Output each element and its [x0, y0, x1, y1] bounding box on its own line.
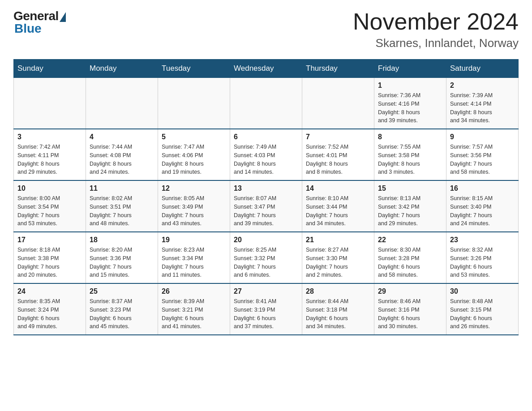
- day-number: 15: [378, 184, 442, 193]
- header-thursday: Thursday: [302, 60, 374, 78]
- day-number: 23: [450, 236, 515, 244]
- calendar-cell: 8Sunrise: 7:55 AM Sunset: 3:58 PM Daylig…: [374, 129, 446, 180]
- month-title: November 2024: [353, 9, 519, 34]
- day-number: 27: [234, 287, 298, 295]
- day-number: 16: [450, 184, 515, 193]
- day-number: 25: [90, 287, 154, 295]
- day-number: 13: [234, 184, 298, 193]
- calendar-cell: 23Sunrise: 8:32 AM Sunset: 3:26 PM Dayli…: [446, 232, 519, 283]
- header-friday: Friday: [374, 60, 446, 78]
- calendar-cell: 14Sunrise: 8:10 AM Sunset: 3:44 PM Dayli…: [302, 180, 374, 232]
- calendar-cell: 13Sunrise: 8:07 AM Sunset: 3:47 PM Dayli…: [230, 180, 302, 232]
- calendar-cell: [86, 78, 158, 129]
- calendar-cell: [14, 78, 86, 129]
- day-number: 14: [306, 184, 370, 193]
- calendar-cell: 9Sunrise: 7:57 AM Sunset: 3:56 PM Daylig…: [446, 129, 519, 180]
- header-saturday: Saturday: [446, 60, 519, 78]
- day-info: Sunrise: 8:44 AM Sunset: 3:18 PM Dayligh…: [306, 297, 370, 331]
- header-tuesday: Tuesday: [158, 60, 230, 78]
- logo-triangle-icon: [60, 12, 66, 22]
- day-info: Sunrise: 8:25 AM Sunset: 3:32 PM Dayligh…: [234, 246, 298, 279]
- calendar-cell: [302, 78, 374, 129]
- logo: General Blue: [13, 9, 66, 36]
- day-number: 20: [234, 236, 298, 244]
- day-info: Sunrise: 8:15 AM Sunset: 3:40 PM Dayligh…: [450, 194, 515, 228]
- day-number: 30: [450, 287, 515, 295]
- day-number: 29: [378, 287, 442, 295]
- calendar-cell: 3Sunrise: 7:42 AM Sunset: 4:11 PM Daylig…: [14, 129, 86, 180]
- calendar-cell: 25Sunrise: 8:37 AM Sunset: 3:23 PM Dayli…: [86, 283, 158, 335]
- header-wednesday: Wednesday: [230, 60, 302, 78]
- day-number: 6: [234, 133, 298, 141]
- day-number: 4: [90, 133, 154, 141]
- calendar-cell: 21Sunrise: 8:27 AM Sunset: 3:30 PM Dayli…: [302, 232, 374, 283]
- calendar-cell: 2Sunrise: 7:39 AM Sunset: 4:14 PM Daylig…: [446, 78, 519, 129]
- day-info: Sunrise: 8:10 AM Sunset: 3:44 PM Dayligh…: [306, 194, 370, 228]
- logo-blue-text: Blue: [13, 21, 42, 36]
- calendar-cell: [158, 78, 230, 129]
- location-title: Skarnes, Innlandet, Norway: [353, 36, 519, 50]
- day-info: Sunrise: 8:35 AM Sunset: 3:24 PM Dayligh…: [17, 297, 82, 331]
- day-info: Sunrise: 8:48 AM Sunset: 3:15 PM Dayligh…: [450, 297, 515, 331]
- day-info: Sunrise: 7:44 AM Sunset: 4:08 PM Dayligh…: [90, 143, 154, 176]
- day-number: 21: [306, 236, 370, 244]
- calendar-week-row: 24Sunrise: 8:35 AM Sunset: 3:24 PM Dayli…: [14, 283, 519, 335]
- day-info: Sunrise: 8:30 AM Sunset: 3:28 PM Dayligh…: [378, 246, 442, 279]
- day-number: 9: [450, 133, 515, 141]
- calendar-week-row: 17Sunrise: 8:18 AM Sunset: 3:38 PM Dayli…: [14, 232, 519, 283]
- calendar-cell: 27Sunrise: 8:41 AM Sunset: 3:19 PM Dayli…: [230, 283, 302, 335]
- calendar-cell: 7Sunrise: 7:52 AM Sunset: 4:01 PM Daylig…: [302, 129, 374, 180]
- calendar-week-row: 3Sunrise: 7:42 AM Sunset: 4:11 PM Daylig…: [14, 129, 519, 180]
- day-number: 7: [306, 133, 370, 141]
- day-number: 8: [378, 133, 442, 141]
- calendar-cell: 18Sunrise: 8:20 AM Sunset: 3:36 PM Dayli…: [86, 232, 158, 283]
- day-info: Sunrise: 8:00 AM Sunset: 3:54 PM Dayligh…: [17, 194, 82, 228]
- calendar-cell: [230, 78, 302, 129]
- calendar-cell: 30Sunrise: 8:48 AM Sunset: 3:15 PM Dayli…: [446, 283, 519, 335]
- day-info: Sunrise: 8:20 AM Sunset: 3:36 PM Dayligh…: [90, 246, 154, 279]
- day-number: 24: [17, 287, 82, 295]
- calendar-cell: 10Sunrise: 8:00 AM Sunset: 3:54 PM Dayli…: [14, 180, 86, 232]
- calendar-week-row: 10Sunrise: 8:00 AM Sunset: 3:54 PM Dayli…: [14, 180, 519, 232]
- day-info: Sunrise: 8:07 AM Sunset: 3:47 PM Dayligh…: [234, 194, 298, 228]
- day-number: 26: [162, 287, 226, 295]
- day-number: 3: [17, 133, 82, 141]
- calendar-header-row: SundayMondayTuesdayWednesdayThursdayFrid…: [14, 60, 519, 78]
- calendar-cell: 19Sunrise: 8:23 AM Sunset: 3:34 PM Dayli…: [158, 232, 230, 283]
- day-info: Sunrise: 7:36 AM Sunset: 4:16 PM Dayligh…: [378, 91, 442, 125]
- day-number: 18: [90, 236, 154, 244]
- calendar-cell: 1Sunrise: 7:36 AM Sunset: 4:16 PM Daylig…: [374, 78, 446, 129]
- day-info: Sunrise: 8:23 AM Sunset: 3:34 PM Dayligh…: [162, 246, 226, 279]
- day-info: Sunrise: 8:27 AM Sunset: 3:30 PM Dayligh…: [306, 246, 370, 279]
- day-info: Sunrise: 8:18 AM Sunset: 3:38 PM Dayligh…: [17, 246, 82, 279]
- calendar-cell: 20Sunrise: 8:25 AM Sunset: 3:32 PM Dayli…: [230, 232, 302, 283]
- day-number: 17: [17, 236, 82, 244]
- day-info: Sunrise: 8:05 AM Sunset: 3:49 PM Dayligh…: [162, 194, 226, 228]
- calendar-cell: 15Sunrise: 8:13 AM Sunset: 3:42 PM Dayli…: [374, 180, 446, 232]
- day-info: Sunrise: 8:37 AM Sunset: 3:23 PM Dayligh…: [90, 297, 154, 331]
- day-info: Sunrise: 7:55 AM Sunset: 3:58 PM Dayligh…: [378, 143, 442, 176]
- day-info: Sunrise: 7:39 AM Sunset: 4:14 PM Dayligh…: [450, 91, 515, 125]
- day-info: Sunrise: 8:41 AM Sunset: 3:19 PM Dayligh…: [234, 297, 298, 331]
- day-number: 22: [378, 236, 442, 244]
- day-number: 5: [162, 133, 226, 141]
- day-info: Sunrise: 7:49 AM Sunset: 4:03 PM Dayligh…: [234, 143, 298, 176]
- day-info: Sunrise: 8:13 AM Sunset: 3:42 PM Dayligh…: [378, 194, 442, 228]
- calendar-cell: 4Sunrise: 7:44 AM Sunset: 4:08 PM Daylig…: [86, 129, 158, 180]
- calendar-cell: 11Sunrise: 8:02 AM Sunset: 3:51 PM Dayli…: [86, 180, 158, 232]
- calendar-cell: 5Sunrise: 7:47 AM Sunset: 4:06 PM Daylig…: [158, 129, 230, 180]
- calendar-table: SundayMondayTuesdayWednesdayThursdayFrid…: [13, 59, 519, 335]
- calendar-cell: 24Sunrise: 8:35 AM Sunset: 3:24 PM Dayli…: [14, 283, 86, 335]
- calendar-week-row: 1Sunrise: 7:36 AM Sunset: 4:16 PM Daylig…: [14, 78, 519, 129]
- day-info: Sunrise: 7:57 AM Sunset: 3:56 PM Dayligh…: [450, 143, 515, 176]
- day-number: 11: [90, 184, 154, 193]
- calendar-cell: 6Sunrise: 7:49 AM Sunset: 4:03 PM Daylig…: [230, 129, 302, 180]
- page-header: General Blue November 2024 Skarnes, Innl…: [13, 9, 519, 50]
- day-number: 1: [378, 81, 442, 90]
- day-info: Sunrise: 8:39 AM Sunset: 3:21 PM Dayligh…: [162, 297, 226, 331]
- day-number: 10: [17, 184, 82, 193]
- calendar-cell: 17Sunrise: 8:18 AM Sunset: 3:38 PM Dayli…: [14, 232, 86, 283]
- day-number: 28: [306, 287, 370, 295]
- header-monday: Monday: [86, 60, 158, 78]
- calendar-cell: 26Sunrise: 8:39 AM Sunset: 3:21 PM Dayli…: [158, 283, 230, 335]
